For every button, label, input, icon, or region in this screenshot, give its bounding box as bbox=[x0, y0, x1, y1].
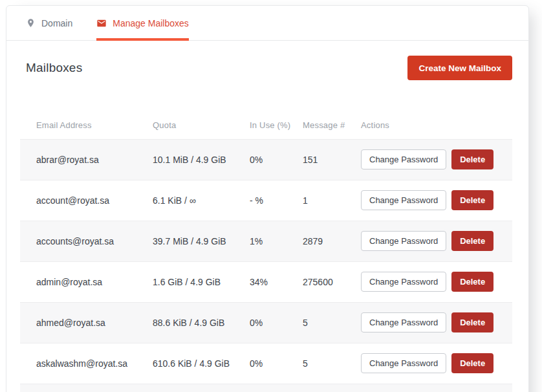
table-row: askalwashm@royat.sa 610.6 KiB / 4.9 GiB … bbox=[20, 343, 512, 384]
quota-cell: 88.6 KiB / 4.9 GiB bbox=[153, 302, 250, 343]
message-count-cell: 5 bbox=[303, 343, 361, 384]
tab-domain[interactable]: Domain bbox=[26, 6, 72, 40]
delete-button[interactable]: Delete bbox=[451, 272, 493, 292]
message-count-cell: 2879 bbox=[303, 221, 361, 261]
email-address-cell: abrar@royat.sa bbox=[20, 139, 153, 180]
email-address-cell: accounts@royat.sa bbox=[20, 221, 153, 261]
table-row-partial bbox=[20, 384, 512, 392]
column-header-message-count: Message # bbox=[303, 111, 361, 139]
message-count-cell: 275600 bbox=[303, 261, 361, 302]
tab-bar: Domain Manage Mailboxes bbox=[6, 6, 528, 41]
change-password-button[interactable]: Change Password bbox=[361, 231, 446, 251]
tab-manage-mailboxes[interactable]: Manage Mailboxes bbox=[96, 6, 189, 40]
quota-cell: 610.6 KiB / 4.9 GiB bbox=[153, 343, 250, 384]
message-count-cell: 1 bbox=[303, 180, 361, 221]
table-header-row: Email Address Quota In Use (%) Message #… bbox=[20, 111, 512, 139]
change-password-button[interactable]: Change Password bbox=[361, 272, 446, 292]
in-use-cell: 0% bbox=[250, 343, 303, 384]
column-header-email: Email Address bbox=[20, 111, 153, 139]
message-count-cell: 5 bbox=[303, 302, 361, 343]
table-row: abrar@royat.sa 10.1 MiB / 4.9 GiB 0% 151… bbox=[20, 139, 512, 180]
actions-cell: Change Password Delete bbox=[361, 343, 512, 384]
change-password-button[interactable]: Change Password bbox=[361, 149, 446, 169]
actions-cell: Change Password Delete bbox=[361, 261, 512, 302]
actions-cell: Change Password Delete bbox=[361, 139, 512, 180]
in-use-cell: 0% bbox=[250, 139, 303, 180]
table-row: admin@royat.sa 1.6 GiB / 4.9 GiB 34% 275… bbox=[20, 261, 512, 302]
change-password-button[interactable]: Change Password bbox=[361, 312, 446, 332]
in-use-cell: - % bbox=[250, 180, 303, 221]
in-use-cell: 34% bbox=[250, 261, 303, 302]
change-password-button[interactable]: Change Password bbox=[361, 353, 446, 373]
mailboxes-card: Domain Manage Mailboxes Mailboxes Create… bbox=[6, 5, 529, 392]
envelope-icon bbox=[96, 18, 107, 28]
create-new-mailbox-button[interactable]: Create New Mailbox bbox=[407, 56, 512, 80]
email-address-cell: ahmed@royat.sa bbox=[20, 302, 153, 343]
delete-button[interactable]: Delete bbox=[451, 312, 493, 332]
email-address-cell: admin@royat.sa bbox=[20, 261, 153, 302]
delete-button[interactable]: Delete bbox=[451, 353, 493, 373]
delete-button[interactable]: Delete bbox=[451, 231, 493, 251]
email-address-cell: askalwashm@royat.sa bbox=[20, 343, 153, 384]
mailboxes-table: Email Address Quota In Use (%) Message #… bbox=[20, 111, 512, 392]
quota-cell: 6.1 KiB / ∞ bbox=[153, 180, 250, 221]
actions-cell: Change Password Delete bbox=[361, 180, 512, 221]
delete-button[interactable]: Delete bbox=[451, 149, 493, 169]
actions-cell: Change Password Delete bbox=[361, 221, 512, 261]
column-header-actions: Actions bbox=[361, 111, 512, 139]
column-header-in-use: In Use (%) bbox=[250, 111, 303, 139]
quota-cell: 39.7 MiB / 4.9 GiB bbox=[153, 221, 250, 261]
change-password-button[interactable]: Change Password bbox=[361, 190, 446, 210]
page-title: Mailboxes bbox=[20, 61, 82, 75]
quota-cell: 1.6 GiB / 4.9 GiB bbox=[153, 261, 250, 302]
table-row: account@royat.sa 6.1 KiB / ∞ - % 1 Chang… bbox=[20, 180, 512, 221]
column-header-quota: Quota bbox=[153, 111, 250, 139]
table-row: ahmed@royat.sa 88.6 KiB / 4.9 GiB 0% 5 C… bbox=[20, 302, 512, 343]
tab-manage-mailboxes-label: Manage Mailboxes bbox=[113, 18, 189, 28]
quota-cell: 10.1 MiB / 4.9 GiB bbox=[153, 139, 250, 180]
table-row: accounts@royat.sa 39.7 MiB / 4.9 GiB 1% … bbox=[20, 221, 512, 261]
message-count-cell: 151 bbox=[303, 139, 361, 180]
map-pin-icon bbox=[26, 18, 36, 28]
actions-cell: Change Password Delete bbox=[361, 302, 512, 343]
tab-domain-label: Domain bbox=[41, 18, 72, 28]
page-header: Mailboxes Create New Mailbox bbox=[20, 56, 512, 80]
in-use-cell: 1% bbox=[250, 221, 303, 261]
email-address-cell: account@royat.sa bbox=[20, 180, 153, 221]
in-use-cell: 0% bbox=[250, 302, 303, 343]
delete-button[interactable]: Delete bbox=[451, 190, 493, 210]
